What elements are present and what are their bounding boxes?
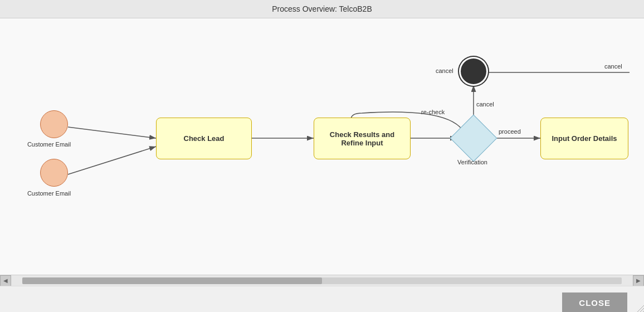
cancel-label-2: cancel [436, 67, 453, 74]
diagram-area: Customer Email Customer Email Check Lead… [0, 18, 644, 275]
check-results-task: Check Results and Refine Input [314, 118, 411, 159]
proceed-label: proceed [499, 128, 521, 135]
footer: CLOSE [0, 286, 644, 312]
verification-label: Verification [450, 159, 495, 165]
circle1-label: Customer Email [27, 141, 71, 148]
hatch-decoration [627, 303, 644, 312]
recheck-label: re-check [421, 109, 445, 115]
circle2-label: Customer Email [27, 190, 71, 197]
verification-gateway [450, 115, 497, 162]
scroll-left-button[interactable]: ◀ [0, 275, 11, 286]
scrollbar-thumb[interactable] [22, 277, 322, 284]
cancel-label-1: cancel [604, 63, 622, 70]
svg-line-9 [630, 305, 644, 312]
start-event-2 [40, 159, 68, 187]
page-title: Process Overview: TelcoB2B [272, 4, 372, 13]
scrollbar-track[interactable] [22, 277, 622, 284]
cancel-label-3: cancel [476, 101, 494, 108]
check-lead-task: Check Lead [156, 118, 252, 159]
start-event-1 [40, 110, 68, 138]
diagram-container: Customer Email Customer Email Check Lead… [0, 18, 644, 275]
horizontal-scrollbar[interactable]: ◀ ▶ [0, 275, 644, 286]
input-order-label: Input Order Details [552, 134, 617, 143]
check-lead-label: Check Lead [184, 134, 225, 143]
end-event [461, 58, 486, 84]
close-button[interactable]: CLOSE [562, 292, 627, 312]
input-order-task: Input Order Details [540, 118, 628, 159]
title-bar: Process Overview: TelcoB2B [0, 0, 644, 18]
svg-line-3 [68, 147, 156, 174]
svg-line-10 [633, 308, 644, 312]
scroll-right-button[interactable]: ▶ [633, 275, 644, 286]
check-results-label: Check Results and Refine Input [319, 130, 406, 147]
svg-line-2 [68, 127, 156, 138]
